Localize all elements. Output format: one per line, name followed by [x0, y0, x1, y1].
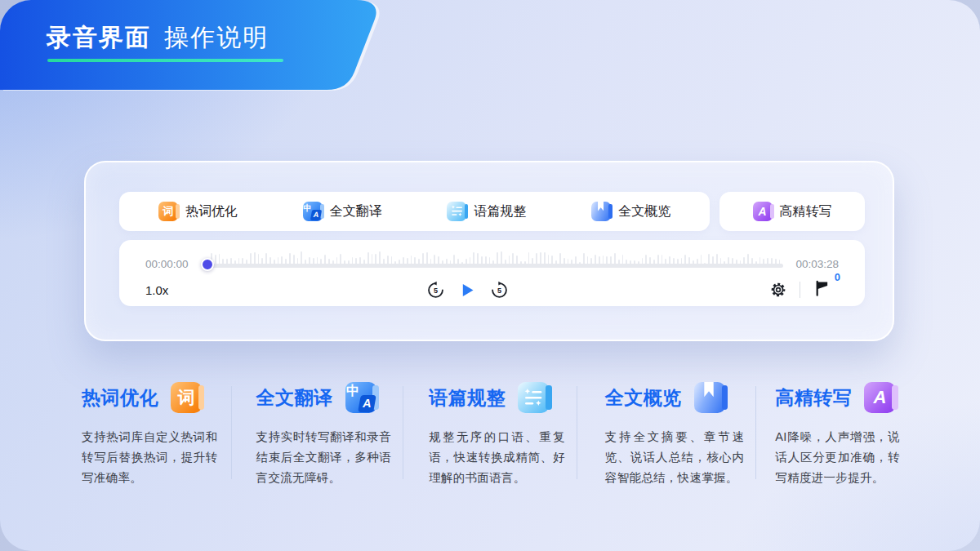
tab-precision-label: 高精转写	[780, 203, 832, 220]
flag-icon	[813, 279, 831, 297]
feature-hotword-title: 热词优化	[82, 385, 158, 411]
page-title: 录音界面 操作说明	[47, 21, 269, 55]
precision-glyph: A	[758, 205, 766, 218]
toolbar-card: 词 热词优化 中 A 全文翻译	[119, 192, 710, 231]
play-icon	[459, 282, 476, 299]
tab-hotword-label: 热词优化	[185, 203, 238, 220]
player-controls: 1.0x 5	[145, 278, 839, 301]
playhead-handle[interactable]	[201, 258, 214, 271]
elapsed-time: 00:00:00	[145, 258, 198, 274]
tab-overview-label: 全文概览	[618, 203, 670, 220]
precision-a-icon: A	[753, 202, 773, 221]
translate-glyph-en: A	[313, 211, 319, 219]
flag-count-badge: 0	[835, 271, 840, 283]
feature-tidy-title: 语篇规整	[429, 385, 506, 411]
skip-back-icon: 5	[426, 281, 445, 300]
tab-precision[interactable]: A 高精转写	[719, 192, 865, 231]
flag-marker-button[interactable]: 0	[813, 279, 831, 300]
feature-translate-description: 支持实时转写翻译和录音结束后全文翻译，多种语言交流无障碍。	[256, 427, 392, 488]
page-title-strong: 录音界面	[47, 24, 151, 51]
precision-a-icon: A	[864, 382, 895, 413]
player-bar: 00:00:00 00:03:28 1.0x 5	[119, 240, 865, 306]
tab-translate-label: 全文翻译	[330, 203, 382, 220]
feature-hotword: 热词优化 词 支持热词库自定义热词和转写后替换热词，提升转写准确率。	[82, 380, 231, 488]
progress-track[interactable]	[201, 250, 783, 274]
translate-icon: 中 A	[345, 382, 376, 413]
toolbar: 词 热词优化 中 A 全文翻译	[119, 192, 865, 231]
translate-icon: 中 A	[303, 202, 323, 221]
tab-translate[interactable]: 中 A 全文翻译	[303, 202, 382, 221]
skip-forward-button[interactable]: 5	[490, 281, 509, 300]
translate-glyph-chip: A	[310, 210, 322, 220]
format-tidy-icon	[518, 382, 549, 413]
transport-controls: 5 5	[121, 281, 814, 300]
timeline: 00:00:00 00:03:28	[145, 250, 839, 274]
banner: 录音界面 操作说明	[0, 0, 392, 93]
feature-overview: 全文概览 支持全文摘要、章节速览、说话人总结，核心内容智能总结，快速掌握。	[577, 380, 756, 488]
book-overview-icon	[591, 202, 611, 221]
title-underline	[47, 59, 283, 62]
tab-overview[interactable]: 全文概览	[591, 202, 670, 221]
feature-precision-title: 高精转写	[775, 385, 852, 411]
bookmark-glyph	[704, 382, 713, 397]
page-background: 录音界面 操作说明 词 热词优化 中 A	[0, 0, 980, 551]
svg-text:5: 5	[497, 286, 501, 294]
bookmark-glyph	[598, 202, 604, 211]
feature-overview-description: 支持全文摘要、章节速览、说话人总结，核心内容智能总结，快速掌握。	[605, 427, 745, 488]
feature-section: 热词优化 词 支持热词库自定义热词和转写后替换热词，提升转写准确率。 全文翻译 …	[82, 380, 900, 488]
word-badge-glyph: 词	[163, 204, 173, 219]
recorder-panel: 词 热词优化 中 A 全文翻译	[84, 161, 894, 341]
skip-back-button[interactable]: 5	[426, 281, 445, 300]
skip-forward-icon: 5	[490, 281, 509, 300]
word-badge-glyph: 词	[178, 386, 195, 409]
tab-hotword[interactable]: 词 热词优化	[158, 202, 238, 221]
word-badge-icon: 词	[158, 202, 178, 221]
word-badge-icon: 词	[171, 382, 202, 413]
svg-text:5: 5	[434, 286, 438, 294]
tab-tidy[interactable]: 语篇规整	[447, 202, 526, 221]
feature-translate: 全文翻译 中 A 支持实时转写翻译和录音结束后全文翻译，多种语言交流无障碍。	[232, 380, 403, 488]
translate-glyph-zh: 中	[304, 202, 312, 214]
feature-tidy: 语篇规整 规整无序的口语、重复语，快速转换成精简、好理解的书面语言。	[403, 380, 577, 488]
total-time: 00:03:28	[786, 258, 839, 274]
book-overview-icon	[694, 382, 725, 413]
feature-translate-title: 全文翻译	[256, 385, 333, 411]
feature-precision-description: AI降噪，人声增强，说话人区分更加准确，转写精度进一步提升。	[775, 427, 900, 488]
translate-glyph-en: A	[362, 397, 372, 410]
tab-tidy-label: 语篇规整	[474, 203, 526, 220]
play-button[interactable]	[459, 282, 476, 299]
precision-glyph: A	[873, 387, 886, 408]
feature-hotword-description: 支持热词库自定义热词和转写后替换热词，提升转写准确率。	[82, 427, 218, 488]
feature-overview-title: 全文概览	[605, 385, 682, 411]
feature-tidy-description: 规整无序的口语、重复语，快速转换成精简、好理解的书面语言。	[429, 427, 565, 488]
translate-glyph-chip: A	[358, 395, 376, 412]
progress-rail	[207, 264, 783, 268]
page-title-light: 操作说明	[164, 24, 269, 51]
feature-precision: 高精转写 A AI降噪，人声增强，说话人区分更加准确，转写精度进一步提升。	[756, 380, 900, 488]
translate-glyph-zh: 中	[346, 383, 359, 400]
format-tidy-icon	[447, 202, 466, 221]
